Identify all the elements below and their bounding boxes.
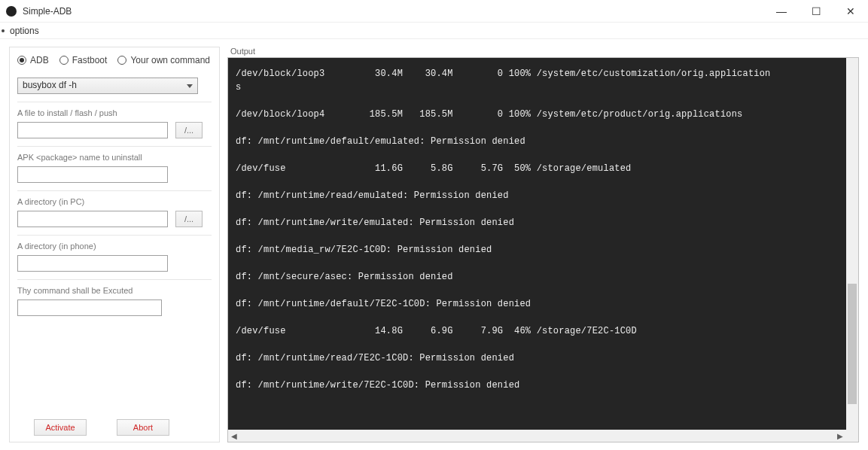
own-command-input[interactable] — [17, 299, 162, 316]
file-path-input[interactable] — [17, 122, 168, 138]
content: ADB Fastboot Your own command busybox df… — [0, 39, 868, 450]
radio-icon — [17, 56, 26, 65]
radio-adb-label: ADB — [30, 55, 49, 65]
dir-pc-input[interactable] — [17, 211, 168, 227]
menu-bullet-icon — [2, 29, 5, 32]
output-label: Output — [230, 47, 859, 56]
browse-file-button[interactable]: /... — [175, 122, 203, 138]
group-command-label: Thy command shall be Excuted — [17, 286, 212, 295]
group-file-label: A file to install / flash / push — [17, 108, 212, 117]
radio-fastboot-label: Fastboot — [72, 55, 108, 65]
apk-package-input[interactable] — [17, 166, 168, 183]
radio-own-command[interactable]: Your own command — [117, 55, 210, 65]
radio-icon — [117, 56, 126, 65]
close-button[interactable]: ✕ — [833, 0, 868, 23]
output-frame: /dev/block/loop3 30.4M 30.4M 0 100% /sys… — [227, 57, 859, 442]
group-dir-pc-label: A directory (in PC) — [17, 197, 212, 206]
radio-own-label: Your own command — [130, 55, 210, 65]
vertical-scrollbar[interactable] — [846, 58, 858, 430]
scroll-right-icon[interactable]: ▶ — [834, 430, 846, 442]
group-dir-phone-label: A directory (in phone) — [17, 242, 212, 251]
mode-radio-group: ADB Fastboot Your own command — [17, 53, 212, 70]
command-dropdown-value: busybox df -h — [23, 80, 77, 90]
group-command: Thy command shall be Excuted — [17, 279, 212, 316]
menu-options[interactable]: options — [7, 26, 42, 36]
menubar: options — [0, 23, 868, 39]
window-title: Simple-ADB — [23, 6, 764, 17]
titlebar: Simple-ADB — ☐ ✕ — [0, 0, 868, 23]
command-dropdown[interactable]: busybox df -h — [17, 78, 198, 94]
abort-button[interactable]: Abort — [117, 419, 169, 436]
group-apk-label: APK <package> name to uninstall — [17, 153, 212, 162]
group-dir-phone: A directory (in phone) — [17, 235, 212, 272]
output-terminal[interactable]: /dev/block/loop3 30.4M 30.4M 0 100% /sys… — [228, 58, 858, 430]
scrollbar-thumb[interactable] — [848, 284, 857, 404]
dir-phone-input[interactable] — [17, 255, 168, 272]
group-file: A file to install / flash / push /... — [17, 102, 212, 138]
group-dir-pc: A directory (in PC) /... — [17, 190, 212, 227]
app-icon — [6, 6, 17, 17]
browse-dir-pc-button[interactable]: /... — [175, 211, 203, 227]
scroll-left-icon[interactable]: ◀ — [228, 430, 240, 442]
radio-adb[interactable]: ADB — [17, 55, 49, 65]
minimize-button[interactable]: — — [764, 0, 799, 23]
activate-button[interactable]: Activate — [34, 419, 87, 436]
right-panel: Output /dev/block/loop3 30.4M 30.4M 0 10… — [227, 47, 859, 442]
maximize-button[interactable]: ☐ — [799, 0, 833, 23]
radio-icon — [59, 56, 69, 65]
group-apk: APK <package> name to uninstall — [17, 146, 212, 183]
left-panel: ADB Fastboot Your own command busybox df… — [9, 47, 220, 442]
radio-fastboot[interactable]: Fastboot — [59, 55, 108, 65]
window-controls: — ☐ ✕ — [764, 0, 868, 23]
horizontal-scrollbar[interactable]: ◀ ▶ — [228, 430, 858, 442]
action-row: Activate Abort — [17, 409, 212, 436]
